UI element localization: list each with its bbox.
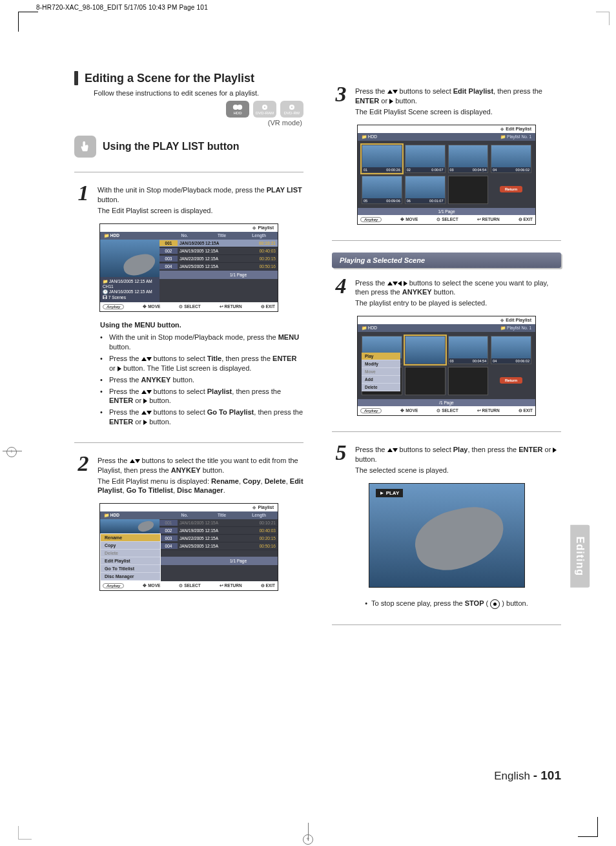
svg-point-1 bbox=[237, 105, 242, 110]
reg-mark-bottom: + bbox=[303, 834, 313, 845]
step-3: 3 Press the buttons to select Edit Playl… bbox=[332, 85, 561, 118]
bullet-list: •With the unit in Stop mode/Playback mod… bbox=[100, 333, 303, 427]
step-text: The playlist entry to be played is selec… bbox=[355, 298, 561, 308]
step-text: The selected scene is played. bbox=[355, 466, 561, 475]
step-number: 2 bbox=[74, 455, 92, 497]
right-column: 3 Press the buttons to select Edit Playl… bbox=[332, 71, 561, 788]
play-indicator: ► PLAY bbox=[376, 489, 404, 497]
step-text: Press the buttons to select the title yo… bbox=[98, 456, 303, 475]
step-4: 4 Press the buttons to select the scene … bbox=[332, 277, 561, 310]
lead-text: Follow these instructions to edit scenes… bbox=[94, 89, 303, 97]
step-text: The Edit Playlist Scene screen is displa… bbox=[355, 107, 561, 117]
section-title: Editing a Scene for the Playlist bbox=[85, 72, 254, 85]
step-text: The Edit Playlist screen is displayed. bbox=[98, 206, 303, 216]
playback-screen: ► PLAY bbox=[369, 483, 525, 588]
step-2: 2 Press the buttons to select the title … bbox=[74, 455, 303, 497]
step-number: 1 bbox=[74, 184, 92, 217]
dvd-ram-badge-icon: DVD-RAM bbox=[253, 101, 276, 118]
crop-mark bbox=[18, 12, 38, 32]
menu-subtitle: Using the MENU button. bbox=[100, 321, 303, 329]
divider bbox=[332, 240, 561, 241]
svg-point-5 bbox=[291, 107, 293, 108]
step-text: Press the buttons to select Play, then p… bbox=[355, 445, 561, 464]
playlist-screen-popup: ◆Playlist 📁 HDD No. Title Length Rename bbox=[99, 503, 278, 591]
step-number: 5 bbox=[332, 444, 350, 477]
divider bbox=[332, 431, 561, 432]
step-text: Press the buttons to select Edit Playlis… bbox=[355, 87, 561, 106]
reg-mark-left: + bbox=[6, 446, 17, 458]
playlist-screen: ◆Playlist 📁 HDD No. Title Length 📁 JAN/1… bbox=[99, 223, 278, 313]
crop-mark bbox=[578, 817, 598, 837]
side-tab: Editing bbox=[570, 525, 590, 588]
accent-bar-icon bbox=[74, 71, 78, 85]
step-number: 4 bbox=[332, 277, 350, 310]
page-sheet: + + 8-HR720-XAC_98-108_EDIT 5/17/05 10:4… bbox=[0, 0, 616, 846]
stop-button-icon bbox=[490, 599, 500, 609]
disc-badge-row: HDD DVD-RAM DVD-RW bbox=[74, 101, 303, 118]
step-text: With the unit in Stop mode/Playback mode… bbox=[98, 185, 303, 205]
step-1: 1 With the unit in Stop mode/Playback mo… bbox=[74, 184, 303, 217]
crop-mark bbox=[596, 12, 610, 25]
divider bbox=[74, 442, 303, 443]
hand-press-icon bbox=[74, 136, 96, 158]
step-text: Press the buttons to select the scene yo… bbox=[355, 278, 561, 298]
divider bbox=[332, 624, 561, 625]
edit-playlist-screen: ◆Edit Playlist 📁 HDD 📁 Playlist No. 1 01… bbox=[357, 125, 536, 225]
hdd-badge-icon: HDD bbox=[226, 101, 249, 118]
left-column: Editing a Scene for the Playlist Follow … bbox=[74, 71, 303, 788]
dvd-rw-badge-icon: DVD-RW bbox=[280, 101, 303, 118]
print-header: 8-HR720-XAC_98-108_EDIT 5/17/05 10:43 PM… bbox=[36, 4, 208, 11]
step-number: 3 bbox=[332, 85, 350, 118]
subhead-text: Using the PLAY LIST button bbox=[103, 141, 240, 152]
stop-note: • To stop scene play, press the STOP ( )… bbox=[332, 599, 561, 609]
section-2-header: Playing a Selected Scene bbox=[332, 253, 561, 268]
section-header: Editing a Scene for the Playlist bbox=[74, 71, 303, 85]
edit-playlist-screen-popup: ◆Edit Playlist 📁 HDD 📁 Playlist No. 1 01… bbox=[357, 316, 536, 416]
step-5: 5 Press the buttons to select Play, then… bbox=[332, 444, 561, 477]
divider bbox=[74, 172, 303, 172]
step-text: The Edit Playlist menu is displayed: Ren… bbox=[98, 477, 303, 496]
crop-mark bbox=[18, 826, 32, 840]
vr-mode-label: (VR mode) bbox=[74, 119, 302, 127]
subhead-row: Using the PLAY LIST button bbox=[74, 136, 303, 158]
svg-point-3 bbox=[264, 107, 265, 108]
content-area: Editing a Scene for the Playlist Follow … bbox=[74, 71, 561, 788]
page-footer: English - 101 bbox=[494, 769, 561, 783]
